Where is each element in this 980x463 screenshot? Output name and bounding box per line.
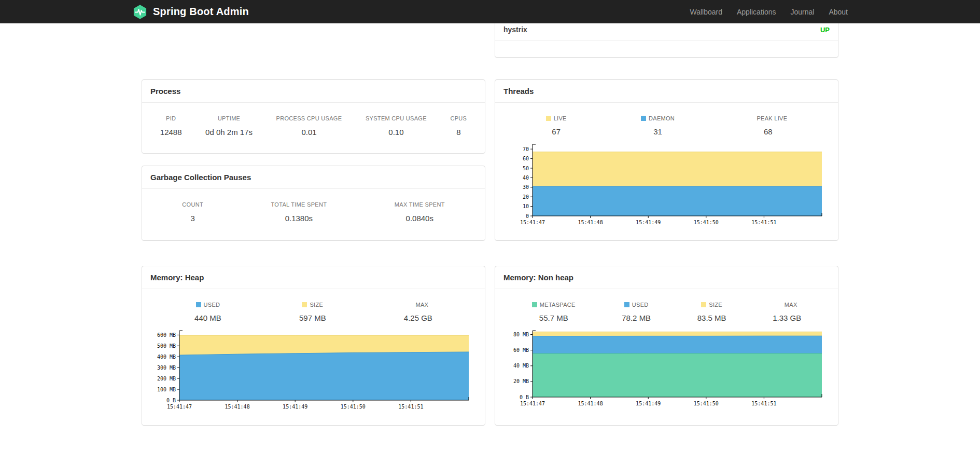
nav-item-applications[interactable]: Applications (737, 8, 776, 16)
metric-system-cpu: SYSTEM CPU USAGE 0.10 (366, 115, 427, 137)
svg-text:10: 10 (522, 203, 528, 209)
svg-text:0 B: 0 B (166, 398, 175, 403)
legend-label: USED (622, 302, 651, 308)
legend-value: 440 MB (194, 314, 221, 322)
metric-value: 0d 0h 2m 17s (205, 128, 253, 137)
nav-links: Wallboard Applications Journal About (690, 8, 848, 16)
gc-panel-title: Garbage Collection Pauses (142, 166, 485, 189)
nav-item-wallboard[interactable]: Wallboard (690, 8, 722, 16)
legend-label: MAX (404, 302, 432, 308)
legend-label: PEAK LIVE (749, 115, 787, 121)
brand-link[interactable]: Spring Boot Admin (132, 4, 249, 20)
live-swatch-icon (546, 116, 551, 121)
svg-text:15:41:51: 15:41:51 (751, 401, 776, 406)
legend-value: 4.25 GB (404, 314, 432, 322)
svg-text:15:41:48: 15:41:48 (225, 404, 249, 410)
metric-label: COUNT (182, 201, 203, 208)
metric-uptime: UPTIME 0d 0h 2m 17s (205, 115, 253, 137)
legend-value: 83.5 MB (697, 314, 726, 322)
legend-value: 597 MB (299, 314, 326, 322)
legend-item-size: SIZE 83.5 MB (697, 302, 726, 322)
status-badge: UP (820, 26, 830, 34)
used-swatch-icon (196, 302, 201, 307)
nav-item-journal[interactable]: Journal (790, 8, 814, 16)
svg-text:70: 70 (522, 146, 528, 152)
metric-label: SYSTEM CPU USAGE (366, 115, 427, 121)
svg-text:0 B: 0 B (519, 394, 528, 400)
legend-item-max: MAX 4.25 GB (404, 302, 432, 322)
used-swatch-icon (624, 302, 629, 307)
svg-text:15:41:50: 15:41:50 (693, 401, 718, 406)
legend-item-daemon: DAEMON 31 (641, 115, 675, 136)
memory-nonheap-panel-title: Memory: Non heap (495, 266, 838, 289)
metric-label: TOTAL TIME SPENT (271, 201, 327, 208)
legend-label: LIVE (546, 115, 567, 121)
content: Process PID 12488 UPTIME 0d 0h 2m 17s PR… (142, 23, 838, 426)
navbar: Spring Boot Admin Wallboard Applications… (0, 0, 980, 23)
legend-value: 78.2 MB (622, 314, 651, 322)
process-metrics: PID 12488 UPTIME 0d 0h 2m 17s PROCESS CP… (142, 103, 485, 137)
memory-heap-panel: Memory: Heap USED 440 MB SIZE 597 MB (142, 266, 485, 426)
legend-item-used: USED 78.2 MB (622, 302, 651, 322)
legend-label: DAEMON (641, 115, 675, 121)
metric-gc-total-time: TOTAL TIME SPENT 0.1380s (271, 201, 327, 223)
nav-item-about[interactable]: About (829, 8, 848, 16)
svg-text:15:41:47: 15:41:47 (166, 404, 191, 410)
svg-text:15:41:47: 15:41:47 (520, 220, 544, 225)
svg-text:15:41:49: 15:41:49 (636, 220, 661, 225)
svg-text:20: 20 (522, 194, 528, 200)
metaspace-swatch-icon (532, 302, 537, 307)
svg-text:15:41:48: 15:41:48 (578, 401, 603, 406)
legend-label: MAX (773, 302, 801, 308)
daemon-swatch-icon (641, 116, 646, 121)
metric-value: 0.0840s (395, 214, 445, 223)
svg-text:0: 0 (525, 213, 528, 219)
legend-value: 55.7 MB (532, 314, 576, 322)
process-panel: Process PID 12488 UPTIME 0d 0h 2m 17s PR… (142, 79, 485, 154)
nonheap-chart: 0 B20 MB40 MB60 MB80 MB15:41:4715:41:481… (507, 326, 827, 408)
svg-text:400 MB: 400 MB (157, 354, 175, 360)
svg-text:15:41:48: 15:41:48 (578, 220, 603, 225)
metric-pid: PID 12488 (160, 115, 182, 137)
metric-gc-max-time: MAX TIME SPENT 0.0840s (395, 201, 445, 223)
service-name: hystrix (503, 25, 527, 34)
svg-text:15:41:49: 15:41:49 (283, 404, 307, 410)
threads-legend: LIVE 67 DAEMON 31 PEAK LIVE 6 (495, 103, 838, 136)
metric-value: 12488 (160, 128, 182, 137)
navbar-container: Spring Boot Admin Wallboard Applications… (132, 4, 848, 20)
legend-item-peak-live: PEAK LIVE 68 (749, 115, 787, 136)
legend-label: USED (194, 302, 221, 308)
legend-value: 67 (546, 127, 567, 136)
svg-text:15:41:50: 15:41:50 (693, 220, 718, 225)
svg-text:40: 40 (522, 175, 528, 181)
svg-text:100 MB: 100 MB (157, 387, 175, 392)
metric-process-cpu: PROCESS CPU USAGE 0.01 (276, 115, 342, 137)
memory-heap-panel-title: Memory: Heap (142, 266, 485, 289)
threads-chart: 01020304050607015:41:4715:41:4815:41:491… (507, 140, 827, 227)
metric-value: 8 (450, 128, 467, 137)
threads-panel-title: Threads (495, 80, 838, 103)
legend-value: 68 (749, 127, 787, 136)
metric-gc-count: COUNT 3 (182, 201, 203, 223)
svg-text:500 MB: 500 MB (157, 343, 175, 349)
metric-label: CPUS (450, 115, 467, 121)
svg-text:60: 60 (522, 156, 528, 161)
memory-nonheap-panel: Memory: Non heap METASPACE 55.7 MB USED … (495, 266, 838, 426)
legend-item-max: MAX 1.33 GB (773, 302, 801, 322)
legend-label: SIZE (299, 302, 326, 308)
metric-label: PROCESS CPU USAGE (276, 115, 342, 121)
heap-legend: USED 440 MB SIZE 597 MB MAX 4 (142, 289, 485, 322)
svg-text:15:41:51: 15:41:51 (751, 220, 776, 225)
legend-value: 1.33 GB (773, 314, 801, 322)
metric-cpus: CPUS 8 (450, 115, 467, 137)
metric-label: UPTIME (205, 115, 253, 121)
svg-text:600 MB: 600 MB (157, 332, 175, 338)
svg-text:200 MB: 200 MB (157, 376, 175, 382)
process-panel-title: Process (142, 80, 485, 103)
svg-text:80 MB: 80 MB (513, 332, 528, 337)
threads-panel: Threads LIVE 67 DAEMON 31 (495, 79, 838, 241)
spring-boot-admin-logo-icon (132, 4, 148, 20)
brand-title: Spring Boot Admin (153, 6, 249, 18)
svg-text:20 MB: 20 MB (513, 378, 528, 384)
metric-value: 3 (182, 214, 203, 223)
